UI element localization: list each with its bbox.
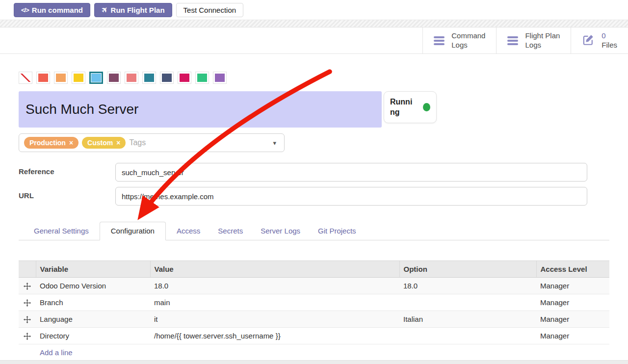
plane-icon: ✈ [99, 4, 110, 15]
color-swatch-light-blue[interactable] [89, 72, 103, 84]
color-swatch-magenta[interactable] [178, 72, 191, 84]
cell-variable[interactable]: Odoo Demo Version [36, 278, 150, 294]
status-label: Running [390, 97, 416, 118]
cell-option[interactable] [399, 328, 536, 344]
cell-value[interactable]: /home/{{ tower.server.ssh_username }} [150, 328, 399, 344]
table-row[interactable]: BranchmainManager [19, 294, 609, 311]
tab-general-settings[interactable]: General Settings [27, 222, 96, 240]
status-badge: Running [384, 91, 437, 123]
command-logs-label-2: Logs [451, 41, 468, 49]
table-row[interactable]: LanguageitItalianManager [19, 311, 609, 328]
add-a-line-row: Add a line [19, 344, 609, 361]
drag-handle-icon[interactable] [19, 294, 36, 311]
field-group: Reference URL [19, 163, 609, 206]
cell-access-level[interactable]: Manager [536, 328, 609, 344]
flight-plan-logs-button[interactable]: Flight Plan Logs [496, 27, 571, 53]
url-input[interactable] [115, 187, 587, 206]
edit-icon [582, 33, 595, 48]
handle-column-header [19, 261, 36, 278]
cell-access-level[interactable]: Manager [536, 278, 609, 294]
tab-server-logs[interactable]: Server Logs [254, 222, 307, 240]
table-row[interactable]: Directory/home/{{ tower.server.ssh_usern… [19, 328, 609, 344]
stat-button-group: Command Logs Flight Plan Logs [422, 27, 628, 53]
test-connection-button[interactable]: Test Connection [176, 3, 244, 17]
cell-variable[interactable]: Branch [36, 294, 150, 311]
table-header-row: Variable Value Option Access Level [19, 261, 609, 278]
cell-option[interactable]: Italian [399, 311, 536, 328]
tab-configuration[interactable]: Configuration [100, 222, 166, 240]
column-header-option[interactable]: Option [399, 261, 536, 278]
bottom-strip [0, 360, 628, 364]
files-count: 0 [602, 31, 605, 40]
title-row: Such Much Server Running [19, 91, 609, 128]
color-swatch-purple[interactable] [213, 72, 227, 84]
cell-option[interactable]: 18.0 [399, 278, 536, 294]
remove-tag-icon[interactable]: × [69, 139, 73, 146]
run-flight-plan-label: Run Flight Plan [111, 6, 165, 14]
tags-placeholder: Tags [129, 138, 146, 147]
column-header-access-level[interactable]: Access Level [536, 261, 609, 278]
cell-value[interactable]: 18.0 [150, 278, 399, 294]
page-title: Such Much Server [26, 102, 138, 117]
run-command-button[interactable]: </> Run command [14, 3, 90, 17]
color-swatch-green[interactable] [195, 72, 209, 84]
tab-secrets[interactable]: Secrets [211, 222, 250, 240]
cell-value[interactable]: main [150, 294, 399, 311]
cell-variable[interactable]: Directory [36, 328, 150, 344]
tags-field[interactable]: Production×Custom× Tags ▾ [19, 133, 285, 152]
tab-access[interactable]: Access [170, 222, 207, 240]
cell-access-level[interactable]: Manager [536, 311, 609, 328]
color-swatch-salmon[interactable] [125, 72, 138, 84]
command-logs-button[interactable]: Command Logs [423, 27, 496, 53]
reference-input[interactable] [115, 163, 587, 182]
tag-list: Production×Custom× [24, 137, 129, 149]
tag-custom: Custom× [82, 137, 126, 149]
remove-tag-icon[interactable]: × [116, 139, 120, 146]
top-toolbar: </> Run command ✈ Run Flight Plan Test C… [0, 0, 628, 20]
column-header-variable[interactable]: Variable [36, 261, 150, 278]
empty-cell [19, 344, 36, 361]
add-a-line-link[interactable]: Add a line [36, 344, 609, 361]
color-swatch-orange[interactable] [54, 72, 68, 84]
cell-variable[interactable]: Language [36, 311, 150, 328]
color-swatch-yellow[interactable] [72, 72, 85, 84]
cell-value[interactable]: it [150, 311, 399, 328]
drag-handle-icon[interactable] [19, 278, 36, 294]
color-swatch-dark-blue[interactable] [160, 72, 174, 84]
tag-production: Production× [24, 137, 78, 149]
run-command-label: Run command [32, 6, 83, 14]
command-logs-label-1: Command [451, 31, 485, 40]
files-label: Files [602, 41, 617, 49]
hatched-divider [0, 20, 628, 27]
server-name-field[interactable]: Such Much Server [19, 91, 382, 128]
chevron-down-icon[interactable]: ▾ [273, 139, 276, 147]
color-swatch-teal[interactable] [142, 72, 156, 84]
list-icon [434, 36, 445, 45]
tab-git-projects[interactable]: Git Projects [311, 222, 363, 240]
color-swatch-dark-purple[interactable] [107, 72, 121, 84]
drag-handle-icon[interactable] [19, 311, 36, 328]
reference-label: Reference [19, 163, 115, 176]
form-sheet: Such Much Server Running Production×Cust… [0, 72, 628, 361]
code-icon: </> [21, 6, 29, 14]
tag-label: Production [29, 139, 66, 147]
tag-label: Custom [87, 139, 113, 147]
color-swatch-none[interactable] [19, 72, 32, 84]
table-row[interactable]: Odoo Demo Version18.018.0Manager [19, 278, 609, 294]
form-header: Command Logs Flight Plan Logs [0, 27, 628, 54]
flight-plan-logs-label-1: Flight Plan [525, 31, 560, 40]
status-running-dot [423, 103, 430, 111]
cell-access-level[interactable]: Manager [536, 294, 609, 311]
drag-handle-icon[interactable] [19, 328, 36, 344]
page: </> Run command ✈ Run Flight Plan Test C… [0, 0, 628, 364]
test-connection-label: Test Connection [183, 6, 236, 14]
run-flight-plan-button[interactable]: ✈ Run Flight Plan [94, 3, 172, 17]
color-swatch-red[interactable] [36, 72, 50, 84]
notebook-tabs: General SettingsConfigurationAccessSecre… [19, 222, 609, 240]
color-picker [19, 72, 609, 84]
list-icon [507, 36, 518, 45]
cell-option[interactable] [399, 294, 536, 311]
column-header-value[interactable]: Value [150, 261, 399, 278]
files-button[interactable]: 0 Files [571, 27, 628, 53]
configuration-table: Variable Value Option Access Level Odoo … [19, 260, 609, 361]
